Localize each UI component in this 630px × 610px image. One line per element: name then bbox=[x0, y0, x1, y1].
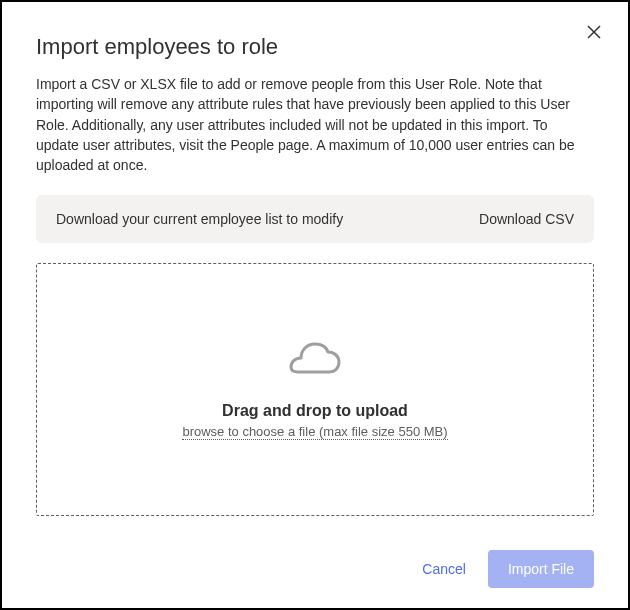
cancel-button[interactable]: Cancel bbox=[422, 561, 466, 577]
dropzone-title: Drag and drop to upload bbox=[222, 402, 408, 420]
import-file-button[interactable]: Import File bbox=[488, 550, 594, 588]
dialog-footer: Cancel Import File bbox=[36, 550, 594, 588]
download-bar-text: Download your current employee list to m… bbox=[56, 211, 343, 227]
download-csv-bar: Download your current employee list to m… bbox=[36, 195, 594, 243]
dialog-title: Import employees to role bbox=[36, 34, 594, 60]
file-dropzone[interactable]: Drag and drop to upload browse to choose… bbox=[36, 263, 594, 516]
close-button[interactable] bbox=[582, 20, 606, 47]
cloud-upload-icon bbox=[288, 340, 342, 388]
download-csv-button[interactable]: Download CSV bbox=[479, 211, 574, 227]
dialog-description: Import a CSV or XLSX file to add or remo… bbox=[36, 74, 594, 175]
close-icon bbox=[586, 28, 602, 43]
browse-file-button[interactable]: browse to choose a file (max file size 5… bbox=[182, 424, 447, 440]
